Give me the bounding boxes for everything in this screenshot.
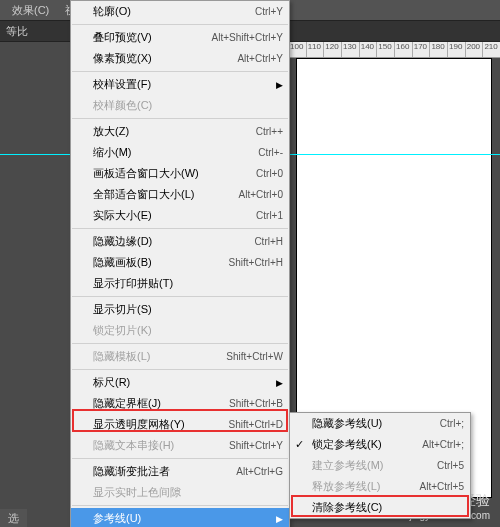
menu-shortcut: Shift+Ctrl+H — [229, 257, 283, 268]
ruler-tick: 180 — [429, 42, 447, 57]
menu-separator — [72, 458, 288, 459]
menu-item: 锁定切片(K) — [71, 320, 289, 341]
menu-separator — [72, 343, 288, 344]
menu-shortcut: Alt+Ctrl+5 — [420, 481, 464, 492]
ruler-tick: 170 — [412, 42, 430, 57]
ruler-tick: 130 — [341, 42, 359, 57]
menu-item-label: 参考线(U) — [93, 511, 283, 526]
menu-item-label: 轮廓(O) — [93, 4, 255, 19]
menu-item-label: 实际大小(E) — [93, 208, 256, 223]
menu-item[interactable]: 隐藏渐变批注者Alt+Ctrl+G — [71, 461, 289, 482]
menu-item-label: 释放参考线(L) — [312, 479, 420, 494]
ruler-tick: 210 — [482, 42, 500, 57]
menu-item-label: 校样颜色(C) — [93, 98, 283, 113]
menu-item[interactable]: ✓锁定参考线(K)Alt+Ctrl+; — [290, 434, 470, 455]
chevron-right-icon: ▶ — [276, 514, 283, 524]
menu-shortcut: Alt+Ctrl+Y — [237, 53, 283, 64]
menu-item: 校样颜色(C) — [71, 95, 289, 116]
menu-item[interactable]: 像素预览(X)Alt+Ctrl+Y — [71, 48, 289, 69]
menu-separator — [72, 369, 288, 370]
menu-item[interactable]: 隐藏定界框(J)Shift+Ctrl+B — [71, 393, 289, 414]
menu-shortcut: Ctrl+Y — [255, 6, 283, 17]
menu-item[interactable]: 实际大小(E)Ctrl+1 — [71, 205, 289, 226]
menu-item[interactable]: 全部适合窗口大小(L)Alt+Ctrl+0 — [71, 184, 289, 205]
menu-shortcut: Ctrl+0 — [256, 168, 283, 179]
chevron-right-icon: ▶ — [276, 378, 283, 388]
menu-item-label: 清除参考线(C) — [312, 500, 464, 515]
menu-item-label: 隐藏渐变批注者 — [93, 464, 236, 479]
scale-label: 等比 — [6, 24, 28, 39]
menu-item-label: 标尺(R) — [93, 375, 283, 390]
ruler-tick: 100 — [288, 42, 306, 57]
menu-item[interactable]: 隐藏参考线(U)Ctrl+; — [290, 413, 470, 434]
menu-item[interactable]: 标尺(R)▶ — [71, 372, 289, 393]
menu-item: 建立参考线(M)Ctrl+5 — [290, 455, 470, 476]
menu-item-label: 隐藏文本串接(H) — [93, 438, 229, 453]
menu-item-label: 缩小(M) — [93, 145, 258, 160]
menu-item: 释放参考线(L)Alt+Ctrl+5 — [290, 476, 470, 497]
menu-shortcut: Alt+Ctrl+0 — [239, 189, 283, 200]
menu-shortcut: Ctrl+H — [254, 236, 283, 247]
menu-item-label: 放大(Z) — [93, 124, 256, 139]
menu-item: 隐藏模板(L)Shift+Ctrl+W — [71, 346, 289, 367]
menu-shortcut: Ctrl++ — [256, 126, 283, 137]
menu-shortcut: Ctrl+5 — [437, 460, 464, 471]
menu-effects[interactable]: 效果(C) — [4, 1, 57, 20]
menu-item[interactable]: 清除参考线(C) — [290, 497, 470, 518]
menu-item[interactable]: 显示打印拼贴(T) — [71, 273, 289, 294]
horizontal-ruler: 100110120130140150160170180190200210 — [288, 42, 500, 58]
menu-separator — [72, 228, 288, 229]
menu-item-label: 隐藏模板(L) — [93, 349, 226, 364]
menu-shortcut: Ctrl+- — [258, 147, 283, 158]
menu-shortcut: Alt+Ctrl+; — [422, 439, 464, 450]
menu-item[interactable]: 缩小(M)Ctrl+- — [71, 142, 289, 163]
menu-item[interactable]: 校样设置(F)▶ — [71, 74, 289, 95]
menu-separator — [72, 505, 288, 506]
menu-item[interactable]: 隐藏边缘(D)Ctrl+H — [71, 231, 289, 252]
menu-item[interactable]: 显示切片(S) — [71, 299, 289, 320]
menu-item-label: 锁定切片(K) — [93, 323, 283, 338]
menu-shortcut: Ctrl+1 — [256, 210, 283, 221]
menu-item-label: 显示实时上色间隙 — [93, 485, 283, 500]
menu-item[interactable]: 隐藏画板(B)Shift+Ctrl+H — [71, 252, 289, 273]
menu-item-label: 建立参考线(M) — [312, 458, 437, 473]
menu-shortcut: Alt+Shift+Ctrl+Y — [212, 32, 283, 43]
menu-item-label: 画板适合窗口大小(W) — [93, 166, 256, 181]
menu-item[interactable]: 参考线(U)▶ — [71, 508, 289, 527]
menu-item[interactable]: 放大(Z)Ctrl++ — [71, 121, 289, 142]
menu-item[interactable]: 轮廓(O)Ctrl+Y — [71, 1, 289, 22]
menu-shortcut: Shift+Ctrl+Y — [229, 440, 283, 451]
menu-item-label: 全部适合窗口大小(L) — [93, 187, 239, 202]
menu-item-label: 显示打印拼贴(T) — [93, 276, 283, 291]
menu-shortcut: Shift+Ctrl+D — [229, 419, 283, 430]
menu-item-label: 隐藏画板(B) — [93, 255, 229, 270]
menu-item: 显示实时上色间隙 — [71, 482, 289, 503]
ruler-tick: 140 — [359, 42, 377, 57]
chevron-right-icon: ▶ — [276, 80, 283, 90]
ruler-tick: 110 — [306, 42, 324, 57]
menu-separator — [72, 71, 288, 72]
menu-item: 隐藏文本串接(H)Shift+Ctrl+Y — [71, 435, 289, 456]
menu-shortcut: Alt+Ctrl+G — [236, 466, 283, 477]
menu-item-label: 隐藏定界框(J) — [93, 396, 229, 411]
menu-item-label: 叠印预览(V) — [93, 30, 212, 45]
statusbar: 选 — [0, 509, 27, 527]
check-icon: ✓ — [295, 438, 304, 451]
menu-item[interactable]: 叠印预览(V)Alt+Shift+Ctrl+Y — [71, 27, 289, 48]
guides-submenu: 隐藏参考线(U)Ctrl+;✓锁定参考线(K)Alt+Ctrl+;建立参考线(M… — [289, 412, 471, 519]
ruler-tick: 120 — [323, 42, 341, 57]
menu-item[interactable]: 显示透明度网格(Y)Shift+Ctrl+D — [71, 414, 289, 435]
menu-item-label: 锁定参考线(K) — [312, 437, 422, 452]
ruler-tick: 190 — [447, 42, 465, 57]
menu-shortcut: Shift+Ctrl+W — [226, 351, 283, 362]
menu-shortcut: Ctrl+; — [440, 418, 464, 429]
menu-separator — [72, 296, 288, 297]
ruler-tick: 200 — [465, 42, 483, 57]
menu-item[interactable]: 画板适合窗口大小(W)Ctrl+0 — [71, 163, 289, 184]
menu-item-label: 隐藏参考线(U) — [312, 416, 440, 431]
menu-separator — [72, 24, 288, 25]
ruler-tick: 160 — [394, 42, 412, 57]
ruler-tick: 150 — [376, 42, 394, 57]
menu-item-label: 显示透明度网格(Y) — [93, 417, 229, 432]
menu-item-label: 隐藏边缘(D) — [93, 234, 254, 249]
